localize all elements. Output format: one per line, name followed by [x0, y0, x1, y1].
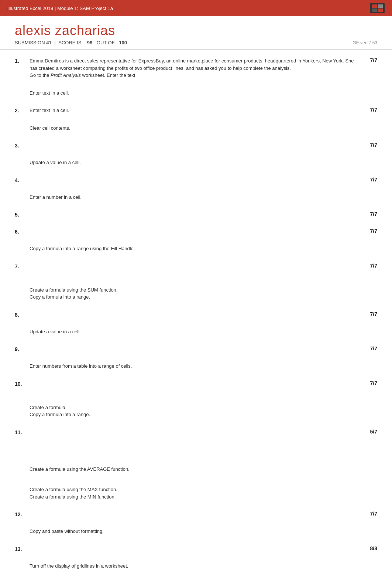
task-body-7: Copy a formula into a range using the Fi…	[30, 245, 359, 252]
task-number-13b: 13.	[15, 545, 30, 552]
task-score-8b: 7/7	[359, 311, 377, 318]
ge-version: GE ver. 7.53	[353, 40, 377, 45]
content-area: 1. Emma Demitros is a direct sales repre…	[0, 50, 392, 575]
task-body-11: Create a formula. Copy a formula into a …	[30, 404, 359, 418]
task-body-13: Copy and paste without formatting.	[30, 528, 359, 535]
task-body-avg: Create a formula using the AVERAGE funct…	[30, 466, 359, 473]
task-row-13b: 13. 8/8	[15, 545, 377, 556]
task-number-2	[15, 89, 30, 97]
task-number-5b: 5.	[15, 211, 30, 218]
task-row-11b: 11. 5/7	[15, 429, 377, 439]
task-number-10	[15, 363, 30, 370]
task-row-5b: 5. 7/7	[15, 211, 377, 221]
task-body-2: Enter text in a cell.	[30, 89, 359, 97]
task-row-6: 6. 7/7	[15, 228, 377, 238]
task-score-13b: 8/8	[359, 545, 377, 552]
task-score-2b: 7/7	[359, 107, 377, 114]
header-section: alexis zacharias SUBMISSION #1 | SCORE I…	[0, 16, 392, 50]
task-number-14	[15, 562, 30, 570]
task-score-3b: 7/7	[359, 142, 377, 149]
task-row-7b: 7. 7/7	[15, 263, 377, 273]
task-score-7b: 7/7	[359, 263, 377, 269]
task-body-5b	[30, 211, 359, 218]
task-body-1: Emma Demitros is a direct sales represen…	[30, 57, 359, 79]
svg-rect-3	[378, 8, 383, 12]
task-number-9	[15, 328, 30, 336]
task-row-4b: 4. 7/7	[15, 177, 377, 187]
task-number-4	[15, 159, 30, 166]
task-score-3	[359, 125, 377, 132]
task-number-10b: 10.	[15, 380, 30, 387]
task-body-8: Create a formula using the SUM function.…	[30, 286, 359, 301]
task-body-3: Clear cell contents.	[30, 125, 359, 132]
task-score-10b: 7/7	[359, 380, 377, 387]
task-score-1: 7/7	[359, 57, 377, 79]
task-row-12: 12. 7/7	[15, 511, 377, 521]
task-number-8	[15, 286, 30, 301]
task-body-6	[30, 228, 359, 235]
task-score-13	[359, 528, 377, 535]
task-score-avg	[359, 466, 377, 473]
task-row-9b: 9. 7/7	[15, 346, 377, 356]
task-row-11: Create a formula. Copy a formula into a …	[15, 404, 377, 422]
task-number-6: 6.	[15, 228, 30, 235]
task-number-8b: 8.	[15, 311, 30, 318]
task-score-maxmin	[359, 486, 377, 500]
task-score-5b: 7/7	[359, 211, 377, 218]
task-number-12: 12.	[15, 511, 30, 517]
task-row-3: Clear cell contents.	[15, 125, 377, 136]
task-body-10b	[30, 380, 359, 387]
task-row-2b: 2. Enter text in a cell. 7/7	[15, 107, 377, 118]
task-number-7b: 7.	[15, 263, 30, 269]
task-row-13: Copy and paste without formatting.	[15, 528, 377, 539]
svg-rect-1	[378, 4, 383, 8]
task-body-9b	[30, 346, 359, 352]
top-bar-title: Illustrated Excel 2019 | Module 1: SAM P…	[7, 6, 113, 11]
score-value: 98	[87, 40, 92, 45]
task-number-11	[15, 404, 30, 418]
task-number-maxmin	[15, 486, 30, 500]
task-score-9	[359, 328, 377, 336]
task-body-5: Enter a number in a cell.	[30, 194, 359, 201]
task-row-9: Update a value in a cell.	[15, 328, 377, 339]
task-score-7	[359, 245, 377, 252]
svg-rect-2	[372, 8, 377, 12]
task-body-4: Update a value in a cell.	[30, 159, 359, 166]
task-row-2: Enter text in a cell.	[15, 89, 377, 101]
student-name: alexis zacharias	[15, 23, 377, 38]
task-score-9b: 7/7	[359, 346, 377, 352]
task-score-2	[359, 89, 377, 97]
task-row-8b: 8. 7/7	[15, 311, 377, 321]
task-body-4b	[30, 177, 359, 183]
task-row-1: 1. Emma Demitros is a direct sales repre…	[15, 57, 377, 83]
task-score-11b: 5/7	[359, 429, 377, 435]
pipe-separator: |	[53, 40, 57, 45]
task-row-maxmin: Create a formula using the MAX function.…	[15, 486, 377, 504]
out-of-label: OUT OF	[97, 40, 115, 45]
task-row-10b: 10. 7/7	[15, 380, 377, 391]
task-row-14: Turn off the display of gridlines in a w…	[15, 562, 377, 574]
task-number-2b: 2.	[15, 107, 30, 114]
task-body-2b: Enter text in a cell.	[30, 107, 359, 114]
task-number-9b: 9.	[15, 346, 30, 352]
task-score-4b: 7/7	[359, 177, 377, 183]
task-number-3	[15, 125, 30, 132]
task-row-4: Update a value in a cell.	[15, 159, 377, 170]
top-bar: Illustrated Excel 2019 | Module 1: SAM P…	[0, 0, 392, 16]
task-body-maxmin: Create a formula using the MAX function.…	[30, 486, 359, 500]
task-score-8	[359, 286, 377, 301]
task-row-avg: Create a formula using the AVERAGE funct…	[15, 466, 377, 477]
task-score-5	[359, 194, 377, 201]
task-score-10	[359, 363, 377, 370]
task-row-5: Enter a number in a cell.	[15, 194, 377, 205]
task-number-5	[15, 194, 30, 201]
task-number-avg	[15, 466, 30, 473]
task-body-14: Turn off the display of gridlines in a w…	[30, 562, 359, 570]
task-body-10: Enter numbers from a table into a range …	[30, 363, 359, 370]
task-body-7b	[30, 263, 359, 269]
task-number-1: 1.	[15, 57, 30, 79]
score-label: SCORE IS:	[58, 40, 83, 45]
task-score-6: 7/7	[359, 228, 377, 235]
task-body-3b	[30, 142, 359, 149]
submission-info: SUBMISSION #1 | SCORE IS: 98 OUT OF 100	[15, 40, 127, 45]
